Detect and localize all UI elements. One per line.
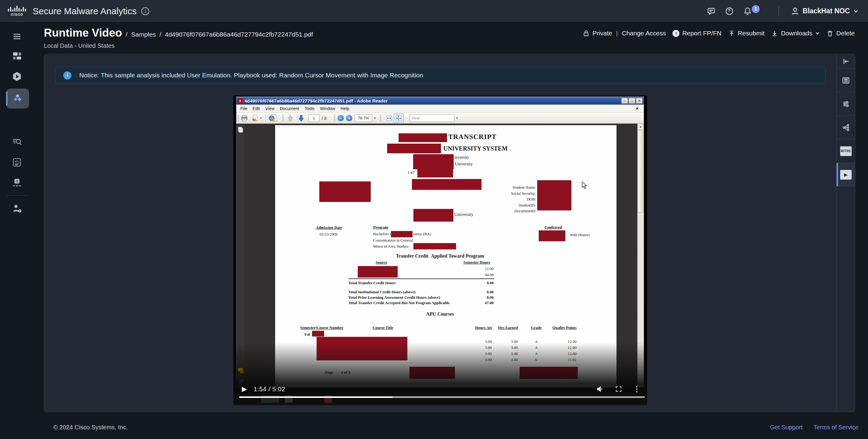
program-header: Program: [373, 225, 388, 230]
report-fpfn-button[interactable]: ! Report FP/FN: [673, 30, 721, 37]
program-line3: Minor in Area Studies-: [373, 244, 409, 249]
app-info-icon[interactable]: i: [141, 7, 149, 15]
active-accent-bar: [6, 92, 7, 105]
resubmit-button[interactable]: Resubmit: [728, 30, 765, 37]
article-icon: [842, 76, 850, 85]
privacy-action[interactable]: Private | Change Access: [583, 30, 666, 37]
nav-samples-active[interactable]: [6, 89, 29, 108]
video-progress: [239, 396, 393, 398]
rail-mitre-button[interactable]: MITRE: [837, 139, 855, 163]
fullscreen-icon[interactable]: [615, 385, 622, 393]
mouse-cursor: [581, 181, 588, 189]
redaction-box: [319, 181, 371, 202]
menu-file: File: [238, 106, 250, 111]
alert-circle-icon: !: [673, 30, 679, 37]
zoom-dropdown-icon: [373, 117, 377, 120]
apu-cell: 12.00: [547, 339, 577, 344]
label-student-id: StudentID:: [469, 202, 536, 208]
page-header: Runtime Video / Samples / 4d49076f07667a…: [44, 27, 313, 39]
nav-engines[interactable]: [0, 68, 34, 85]
nav-users-admin[interactable]: [0, 200, 34, 217]
window-minimize-button: ─: [621, 98, 628, 104]
nav-reports[interactable]: [0, 154, 34, 171]
runtime-video-player[interactable]: ∧ 4d49076f07667a6b86a46d727794c2fb72247d…: [234, 96, 647, 405]
printer-icon: [240, 114, 248, 122]
apu-header-semester: Semester|Course Number: [300, 325, 343, 330]
redaction-box: [417, 169, 453, 177]
rail-video-button-active[interactable]: ▶: [837, 163, 855, 187]
trash-icon: [827, 30, 834, 37]
video-play-chip-icon: ▶: [840, 170, 851, 179]
zoom-in-button: +: [346, 112, 352, 124]
adobe-toolbar: 1 / 3 − + 78.7%: [236, 112, 644, 124]
nav-indicators[interactable]: [0, 174, 34, 191]
delete-label: Delete: [836, 30, 855, 37]
apu-header-hours-att: Hours Att: [463, 325, 492, 330]
transfer-rule: [348, 278, 494, 279]
next-page-button: [297, 112, 305, 124]
resubmit-label: Resubmit: [738, 30, 765, 37]
total-accepted-value: 47.00: [457, 301, 494, 305]
sample-panel: i Notice: This sample analysis included …: [44, 54, 855, 412]
label-document-id: DocumentID:: [469, 208, 536, 214]
change-access-label[interactable]: Change Access: [622, 30, 666, 37]
rail-process-graph-button[interactable]: [837, 116, 855, 139]
fit-page-icon: [395, 115, 402, 122]
notice-text: Notice: This sample analysis included Us…: [79, 72, 423, 79]
nav-search[interactable]: [0, 133, 34, 150]
user-menu[interactable]: BlackHat NOC: [790, 7, 859, 16]
transfer-credit-title: Transfer Credit Applied Toward Program: [360, 254, 520, 259]
app-title: Secure Malware Analytics: [33, 6, 136, 16]
feedback-icon[interactable]: [707, 7, 715, 15]
apu-header-grade: Grade: [528, 325, 545, 330]
rail-collapse-button[interactable]: [837, 54, 855, 69]
page-title: Runtime Video: [44, 27, 122, 39]
chevron-down-icon: [815, 31, 820, 36]
zoom-level-field: 78.7%: [355, 112, 377, 124]
delete-button[interactable]: Delete: [827, 30, 855, 37]
video-menu-icon[interactable]: ⋮: [633, 385, 641, 393]
info-icon: i: [63, 71, 71, 79]
doc-university-line2: University: [455, 162, 473, 167]
breadcrumb-samples[interactable]: Samples: [131, 31, 156, 38]
find-field: Find: [410, 112, 459, 124]
volume-icon[interactable]: [596, 385, 604, 393]
doc-university-system: UNIVERSITY SYSTEM: [443, 145, 507, 152]
user-name: BlackHat NOC: [803, 7, 850, 15]
transfer-source-header: Source: [376, 260, 387, 265]
nav-menu-toggle[interactable]: [0, 28, 34, 45]
downloads-menu[interactable]: Downloads: [771, 30, 820, 37]
get-support-link[interactable]: Get Support: [770, 424, 803, 431]
nav-dashboard[interactable]: [0, 47, 34, 64]
transfer-hours-header: Semester Hours: [463, 260, 490, 265]
scroll-up-icon: ▲: [638, 124, 644, 130]
report-chart-icon: [12, 158, 22, 167]
sample-origin-subtitle: Local Data - United States: [44, 42, 115, 49]
menu-edit: Edit: [250, 106, 263, 111]
admission-date-header: Admission Date: [316, 225, 342, 230]
program-line2: Concentration in General: [373, 238, 413, 243]
fit-page-button-active: [394, 112, 404, 124]
video-seekbar[interactable]: [239, 396, 645, 398]
find-placeholder: Find: [412, 116, 420, 120]
rail-behavior-settings-button[interactable]: [837, 92, 855, 116]
resubmit-icon: [728, 30, 735, 37]
topbar-divider: [778, 6, 779, 16]
apu-cell: A-: [528, 358, 545, 362]
download-icon: [771, 30, 778, 37]
lock-icon: [583, 30, 590, 37]
page-number-field: 1: [308, 112, 319, 124]
dropdown-arrow-icon: [259, 117, 262, 120]
label-dob: DOB:: [469, 196, 536, 202]
menu-view: View: [263, 106, 277, 111]
doc-university-line3: University: [454, 212, 473, 217]
apu-cell: 11.01: [547, 358, 577, 362]
menu-help: Help: [338, 106, 352, 111]
terms-of-service-link[interactable]: Terms of Service: [813, 424, 859, 431]
play-button[interactable]: ▶: [242, 385, 247, 393]
total-institutional-value: 0.00: [457, 290, 494, 295]
search-list-icon: [12, 137, 22, 147]
notifications-bell-icon[interactable]: 1: [743, 7, 752, 15]
help-icon[interactable]: ?: [725, 7, 734, 15]
rail-report-button[interactable]: [837, 69, 855, 92]
